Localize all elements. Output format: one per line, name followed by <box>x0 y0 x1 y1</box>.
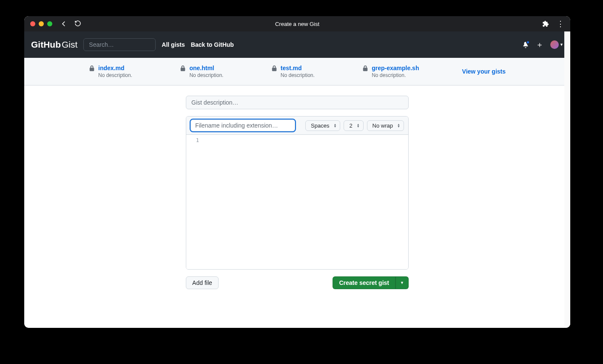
search-placeholder: Search… <box>89 41 114 48</box>
indent-size-select[interactable]: 2 ▲▼ <box>344 120 363 131</box>
browser-window: Create a new Gist ⋮ GitHub Gist Search… … <box>24 16 570 328</box>
reload-icon[interactable] <box>74 20 81 28</box>
indent-mode-value: Spaces <box>311 122 329 129</box>
recent-gist-item[interactable]: one.html No description. <box>180 65 271 78</box>
line-gutter: 1 <box>186 135 204 269</box>
window-controls <box>30 21 52 26</box>
caret-down-icon: ▼ <box>560 43 563 47</box>
back-icon[interactable] <box>60 20 68 28</box>
close-window-button[interactable] <box>30 21 35 26</box>
gist-description: No description. <box>189 72 223 78</box>
view-your-gists-link[interactable]: View your gists <box>462 68 506 75</box>
scrollbar[interactable] <box>564 31 570 328</box>
github-gist-logo[interactable]: GitHub Gist <box>31 40 77 50</box>
notifications-button[interactable] <box>522 41 529 48</box>
gist-description: No description. <box>372 72 419 78</box>
gist-name: one.html <box>189 65 223 71</box>
site-header: GitHub Gist Search… All gists Back to Gi… <box>24 31 570 58</box>
minimize-window-button[interactable] <box>39 21 44 26</box>
create-gist-dropdown[interactable]: ▼ <box>395 276 409 289</box>
user-menu[interactable]: ▼ <box>550 40 563 49</box>
line-number: 1 <box>186 137 199 143</box>
recent-gist-item[interactable]: test.md No description. <box>271 65 362 78</box>
avatar <box>550 40 559 49</box>
indent-mode-select[interactable]: Spaces ▲▼ <box>305 120 340 131</box>
browser-menu-icon[interactable]: ⋮ <box>557 20 564 28</box>
code-editor[interactable]: 1 <box>186 135 408 269</box>
add-file-button[interactable]: Add file <box>186 276 219 289</box>
lock-icon <box>362 65 368 71</box>
gist-name: grep-example.sh <box>372 65 419 71</box>
wrap-mode-select[interactable]: No wrap ▲▼ <box>367 120 404 131</box>
select-arrows-icon: ▲▼ <box>333 123 336 128</box>
gist-name: index.md <box>98 65 132 71</box>
select-arrows-icon: ▲▼ <box>397 123 400 128</box>
logo-thin: Gist <box>62 40 77 50</box>
maximize-window-button[interactable] <box>47 21 52 26</box>
file-panel: Spaces ▲▼ 2 ▲▼ No wrap ▲▼ 1 <box>186 116 409 270</box>
nav-back-to-github[interactable]: Back to GitHub <box>191 41 234 48</box>
create-secret-gist-button[interactable]: Create secret gist <box>333 276 395 289</box>
code-textarea[interactable] <box>204 135 408 269</box>
recent-gist-item[interactable]: grep-example.sh No description. <box>362 65 453 78</box>
notification-badge <box>526 40 530 44</box>
gist-name: test.md <box>281 65 315 71</box>
logo-bold: GitHub <box>31 40 61 50</box>
recent-gists-bar: index.md No description. one.html No des… <box>24 58 570 85</box>
browser-toolbar: Create a new Gist ⋮ <box>24 16 570 31</box>
lock-icon <box>271 65 277 71</box>
gist-form: Spaces ▲▼ 2 ▲▼ No wrap ▲▼ 1 <box>182 96 412 289</box>
gist-description: No description. <box>98 72 132 78</box>
caret-down-icon: ▼ <box>400 281 404 285</box>
lock-icon <box>89 65 95 71</box>
gist-description: No description. <box>281 72 315 78</box>
gist-description-input[interactable] <box>186 96 409 109</box>
lock-icon <box>180 65 186 71</box>
extensions-icon[interactable] <box>542 20 549 27</box>
page-title: Create a new Gist <box>275 21 319 27</box>
nav-all-gists[interactable]: All gists <box>162 41 185 48</box>
filename-input[interactable] <box>191 119 295 131</box>
indent-size-value: 2 <box>349 122 352 129</box>
wrap-mode-value: No wrap <box>373 122 393 129</box>
select-arrows-icon: ▲▼ <box>357 123 360 128</box>
file-header: Spaces ▲▼ 2 ▲▼ No wrap ▲▼ <box>186 117 408 135</box>
search-input[interactable]: Search… <box>83 38 156 51</box>
recent-gist-item[interactable]: index.md No description. <box>89 65 180 78</box>
create-button[interactable]: ＋ <box>536 40 543 50</box>
